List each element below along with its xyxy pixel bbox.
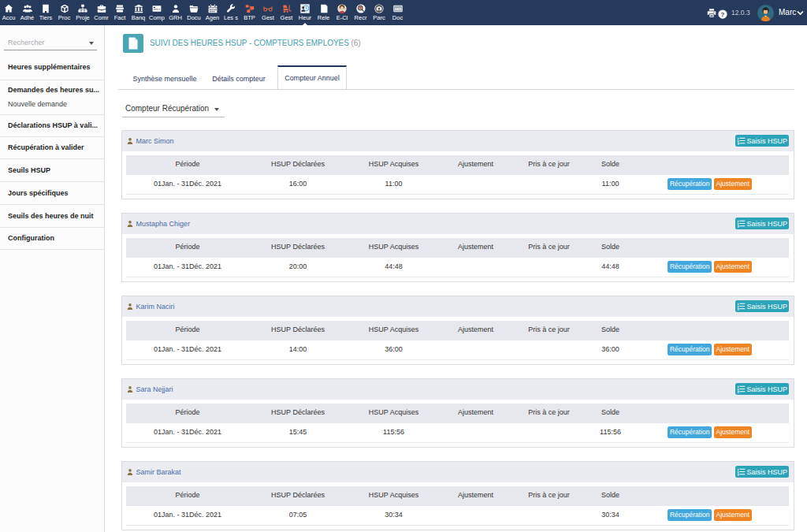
svg-text:GED: GED bbox=[394, 7, 401, 11]
svg-text:?: ? bbox=[721, 11, 725, 18]
